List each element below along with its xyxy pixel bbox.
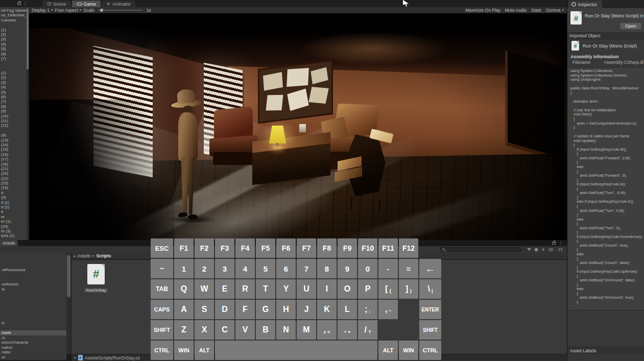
key-win-left[interactable]: WIN: [174, 341, 194, 360]
key-minus[interactable]: -: [378, 259, 398, 278]
project-folder-item[interactable]: ultResources: [0, 268, 66, 273]
key-CAPS[interactable]: CAPS: [151, 300, 173, 319]
hierarchy-item[interactable]: (2): [0, 75, 27, 80]
key-Q[interactable]: Q: [174, 279, 194, 299]
key-slash[interactable]: /?: [358, 320, 377, 340]
tab-console[interactable]: onsole: [0, 240, 18, 246]
key-L[interactable]: L: [338, 300, 357, 319]
key-shift-left[interactable]: SHIFT: [151, 320, 173, 340]
hierarchy-item[interactable]: (7): [0, 56, 27, 61]
hierarchy-item[interactable]: er (1): [0, 219, 27, 224]
key-X[interactable]: X: [195, 320, 214, 340]
key-ESC[interactable]: ESC: [151, 238, 173, 258]
key-E[interactable]: E: [215, 279, 234, 299]
project-scrollbar-thumb[interactable]: [67, 255, 70, 297]
search-by-type-icon[interactable]: [527, 248, 531, 251]
key-bracket-right[interactable]: ]}: [399, 279, 418, 299]
key-G[interactable]: G: [256, 300, 275, 319]
key-ctrl-right[interactable]: CTRL: [419, 341, 441, 360]
hierarchy-item[interactable]: (14): [0, 142, 27, 147]
hierarchy-item[interactable]: (23): [0, 181, 27, 185]
lock-icon[interactable]: [552, 242, 556, 245]
key-alt-left[interactable]: ALT: [195, 341, 214, 360]
hierarchy-item[interactable]: er: [0, 214, 27, 219]
key-W[interactable]: W: [195, 279, 214, 299]
aspect-dropdown[interactable]: Free Aspect ▾: [55, 8, 81, 13]
hierarchy-item[interactable]: (1): [0, 70, 27, 75]
project-search-field[interactable]: [440, 247, 522, 252]
key-1[interactable]: 1: [174, 259, 194, 278]
project-folder-item[interactable]: nation: [0, 345, 66, 350]
lock-icon[interactable]: [17, 3, 21, 5]
hierarchy-item[interactable]: (21): [0, 166, 27, 171]
kebab-menu-icon[interactable]: ⋮: [558, 241, 563, 246]
hierarchy-item[interactable]: (5): [0, 90, 27, 94]
key-7[interactable]: 7: [297, 259, 316, 278]
hierarchy-item[interactable]: e: [0, 209, 27, 214]
hierarchy-item[interactable]: (6): [0, 52, 27, 56]
key-O[interactable]: O: [338, 279, 357, 299]
hierarchy-item[interactable]: (12): [0, 123, 27, 128]
key-H[interactable]: H: [276, 300, 296, 319]
tab-animator[interactable]: Animator: [102, 1, 135, 7]
key-F3[interactable]: F3: [215, 238, 234, 258]
project-folder-item[interactable]: rs: [0, 335, 66, 341]
key-R[interactable]: R: [235, 279, 255, 299]
key-9[interactable]: 9: [338, 259, 357, 278]
project-folder-item[interactable]: nator: [0, 350, 66, 355]
key-F5[interactable]: F5: [256, 238, 275, 258]
chevron-down-icon[interactable]: ▾: [74, 356, 76, 360]
key-F6[interactable]: F6: [276, 238, 296, 258]
key-C[interactable]: C: [215, 320, 234, 340]
scale-slider[interactable]: [98, 10, 143, 11]
key-F7[interactable]: F7: [297, 238, 316, 258]
asset-runorstay[interactable]: # RunOrStay: [83, 264, 109, 294]
project-folder-item[interactable]: ersonCharacte: [0, 340, 66, 345]
search-by-label-icon[interactable]: [534, 247, 538, 251]
key-0[interactable]: 0: [358, 259, 377, 278]
key-backspace[interactable]: ←: [419, 259, 441, 278]
key-U[interactable]: U: [297, 279, 316, 299]
key-I[interactable]: I: [317, 279, 337, 299]
key-alt-right[interactable]: ALT: [378, 341, 398, 360]
hierarchy-item[interactable]: (10): [0, 114, 27, 118]
key-P[interactable]: P: [358, 279, 377, 299]
hidden-count-eye-icon[interactable]: [548, 248, 554, 251]
search-input[interactable]: [445, 248, 516, 252]
hierarchy-item[interactable]: (1): [0, 28, 27, 32]
key-S[interactable]: S: [195, 300, 214, 319]
key-F1[interactable]: F1: [174, 238, 194, 258]
tab-scene[interactable]: Scene: [42, 1, 71, 7]
hierarchy-item[interactable]: ichs (1): [0, 233, 27, 238]
breadcrumb-current[interactable]: Scripts: [97, 253, 111, 258]
gizmos-dropdown[interactable]: Gizmos ▾: [546, 8, 564, 13]
stats-button[interactable]: Stats: [531, 8, 541, 13]
key-shift-right[interactable]: SHIFT: [419, 320, 441, 340]
hierarchy-item[interactable]: (16): [0, 152, 27, 157]
key-F2[interactable]: F2: [195, 238, 214, 258]
project-folder-item[interactable]: lo: [0, 321, 66, 326]
hierarchy-item[interactable]: (9): [0, 195, 27, 200]
key-space[interactable]: [215, 341, 377, 360]
key-ctrl-left[interactable]: CTRL: [151, 341, 173, 360]
key-3[interactable]: 3: [215, 259, 234, 278]
hierarchy-item[interactable]: (15): [0, 147, 27, 152]
game-viewport[interactable]: [29, 13, 567, 240]
hierarchy-item[interactable]: (22): [0, 176, 27, 181]
key-A[interactable]: A: [174, 300, 194, 319]
hierarchy-item[interactable]: (9): [0, 109, 27, 113]
key-F12[interactable]: F12: [399, 238, 418, 258]
hierarchy-item[interactable]: d (2): [0, 205, 27, 209]
key-6[interactable]: 6: [276, 259, 296, 278]
key-ENTER[interactable]: ENTER: [419, 300, 441, 319]
key-4[interactable]: 4: [235, 259, 255, 278]
project-folder-column[interactable]: ultResourcesneAssetstslossetsrsersonChar…: [0, 253, 66, 360]
key-comma[interactable]: ,<: [317, 320, 337, 340]
project-folder-item[interactable]: neAssets: [0, 282, 66, 287]
hierarchy-item[interactable]: d: [0, 190, 27, 195]
key-Z[interactable]: Z: [174, 320, 194, 340]
hierarchy-item[interactable]: (8): [0, 104, 27, 109]
hierarchy-item[interactable]: (8): [0, 133, 27, 137]
key-backslash[interactable]: \|: [419, 279, 441, 299]
key-Y[interactable]: Y: [276, 279, 296, 299]
